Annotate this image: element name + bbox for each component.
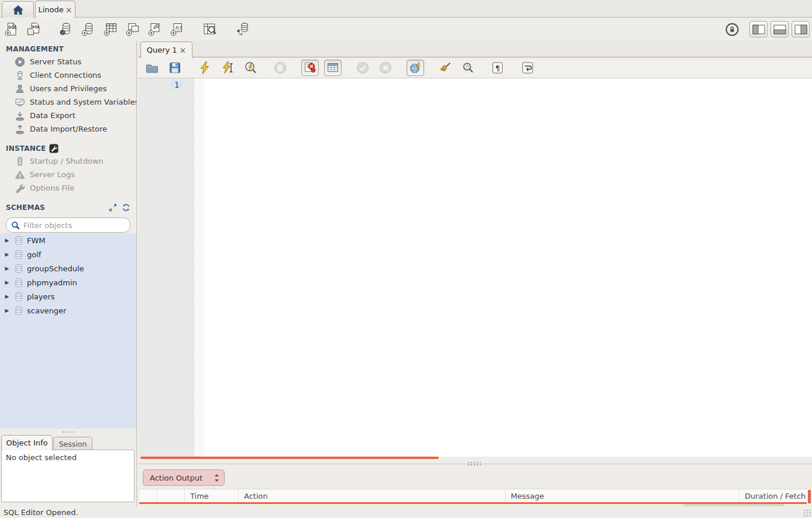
- info-tabbar: Object Info Session: [0, 435, 136, 450]
- schema-filter-input[interactable]: [23, 221, 125, 230]
- tab-session[interactable]: Session: [53, 437, 92, 450]
- sidebar-item-server-logs[interactable]: Server Logs: [0, 168, 136, 181]
- execute-button[interactable]: [196, 60, 214, 76]
- server-status-icon: [15, 57, 25, 67]
- sidebar-item-users-privileges[interactable]: Users and Privileges: [0, 82, 136, 95]
- column-header-action: Action: [239, 489, 505, 502]
- splitter-grip: [62, 431, 75, 433]
- editor-horizontal-scrollbar[interactable]: [140, 457, 439, 459]
- explain-button[interactable]: [242, 60, 259, 76]
- combo-spinner-icon: [214, 474, 219, 482]
- query-tab-close-icon[interactable]: ×: [180, 46, 187, 54]
- instance-section: INSTANCE Startup / Shutdown Server Logs …: [0, 136, 136, 195]
- output-selector[interactable]: Action Output: [143, 469, 225, 486]
- output-table-header: Time Action Message Duration / Fetch: [139, 489, 810, 502]
- connection-tab[interactable]: Linode ×: [35, 1, 75, 18]
- schema-row-fwm[interactable]: ▶ FWM: [0, 233, 136, 247]
- output-splitter[interactable]: [138, 460, 812, 468]
- sidebar-item-data-export[interactable]: Data Export: [0, 109, 136, 122]
- sidebar-item-label: Status and System Variables: [30, 98, 136, 106]
- client-connections-icon: [15, 70, 25, 81]
- schema-name: scavenger: [27, 306, 66, 315]
- sidebar-item-options-file[interactable]: Options File: [0, 181, 136, 195]
- create-procedure-icon[interactable]: [147, 22, 163, 37]
- output-vertical-scrollbar[interactable]: [808, 490, 811, 503]
- beautify-button[interactable]: [436, 60, 454, 76]
- expand-triangle-icon[interactable]: ▶: [4, 238, 11, 243]
- toggle-invisible-chars-button[interactable]: ¶: [489, 60, 507, 76]
- column-header-time: Time: [185, 489, 239, 502]
- sidebar-item-data-import[interactable]: Data Import/Restore: [0, 122, 136, 136]
- create-function-icon[interactable]: f(): [170, 22, 185, 37]
- create-schema-icon[interactable]: [81, 22, 96, 37]
- sidebar-item-client-connections[interactable]: Client Connections: [0, 68, 136, 82]
- column-header-index: [157, 489, 185, 502]
- new-sql-tab-icon[interactable]: SQL: [4, 22, 19, 37]
- schema-row-phpmyadmin[interactable]: ▶ phpmyadmin: [0, 275, 136, 289]
- sidebar-item-system-variables[interactable]: Status and System Variables: [0, 95, 136, 109]
- toggle-right-sidebar-button[interactable]: [792, 21, 810, 37]
- fold-margin: [195, 78, 204, 457]
- window-resize-grip[interactable]: [803, 509, 811, 517]
- sidebar-item-label: Data Import/Restore: [30, 125, 107, 133]
- save-script-button[interactable]: [166, 60, 184, 76]
- home-tab[interactable]: [2, 1, 34, 18]
- reconnect-dbms-icon[interactable]: [235, 22, 250, 37]
- expand-triangle-icon[interactable]: ▶: [4, 280, 11, 285]
- schema-filter-box: [6, 217, 130, 233]
- mysql-workbench-window: Linode × SQL SQL i f(): [0, 0, 812, 518]
- sidebar-item-server-status[interactable]: Server Status: [0, 55, 136, 68]
- search-table-data-icon[interactable]: [202, 22, 218, 37]
- sidebar-item-label: Startup / Shutdown: [30, 157, 104, 165]
- expand-triangle-icon[interactable]: ▶: [4, 294, 11, 299]
- limit-rows-button[interactable]: [324, 60, 342, 76]
- schema-row-players[interactable]: ▶ players: [0, 289, 136, 303]
- editor-text-area[interactable]: [204, 78, 812, 457]
- svg-text:SQL: SQL: [32, 25, 40, 29]
- schema-icon: [14, 264, 23, 274]
- toggle-autocommit-button[interactable]: [407, 60, 424, 76]
- svg-text:SQL: SQL: [8, 25, 16, 30]
- toggle-left-sidebar-button[interactable]: [749, 21, 768, 37]
- data-export-icon: [15, 110, 25, 121]
- sidebar-item-startup-shutdown[interactable]: Startup / Shutdown: [0, 154, 136, 168]
- tab-query-1[interactable]: Query 1 ×: [140, 42, 192, 58]
- line-number-gutter: 1: [138, 78, 194, 457]
- users-icon: [15, 84, 25, 94]
- toggle-wrap-button[interactable]: [519, 60, 536, 76]
- editor-tabbar: Query 1 ×: [138, 41, 812, 57]
- find-button[interactable]: A: [459, 60, 477, 76]
- tab-object-info[interactable]: Object Info: [1, 435, 53, 450]
- instance-wrench-badge-icon: [49, 144, 59, 153]
- schema-row-golf[interactable]: ▶ golf: [0, 247, 136, 261]
- schema-name: players: [27, 292, 55, 301]
- line-number: 1: [171, 80, 183, 89]
- create-table-icon[interactable]: [103, 22, 118, 37]
- stop-button: [271, 60, 289, 76]
- system-variables-icon: [15, 97, 25, 108]
- expand-triangle-icon[interactable]: ▶: [4, 252, 11, 257]
- schemas-refresh-icon[interactable]: [122, 203, 130, 212]
- schema-row-groupschedule[interactable]: ▶ groupSchedule: [0, 261, 136, 275]
- rollback-button: [377, 60, 394, 76]
- toggle-stop-on-error-button[interactable]: [301, 60, 319, 76]
- schema-name: FWM: [27, 236, 46, 245]
- server-logs-icon: [15, 170, 25, 180]
- database-inspector-icon[interactable]: i: [59, 22, 74, 37]
- schemas-expand-icon[interactable]: [109, 203, 117, 212]
- execute-current-button[interactable]: [219, 60, 236, 76]
- schema-row-scavenger[interactable]: ▶ scavenger: [0, 303, 136, 317]
- open-sql-script-icon[interactable]: SQL: [26, 22, 42, 37]
- connection-tab-close-icon[interactable]: ×: [66, 6, 73, 14]
- sidebar-vertical-splitter[interactable]: [0, 429, 136, 435]
- options-file-icon: [15, 183, 25, 194]
- management-header: MANAGEMENT: [0, 43, 136, 55]
- toggle-output-area-button[interactable]: [770, 21, 789, 37]
- schema-tree: ▶ FWM ▶ golf ▶ groupSchedule ▶ phpmyadmi…: [0, 233, 136, 429]
- create-view-icon[interactable]: [125, 22, 140, 37]
- expand-triangle-icon[interactable]: ▶: [4, 308, 11, 313]
- sql-editor-toolbar: A ¶: [138, 57, 812, 78]
- schema-icon: [14, 236, 23, 246]
- open-script-button[interactable]: [143, 60, 161, 76]
- expand-triangle-icon[interactable]: ▶: [4, 266, 11, 271]
